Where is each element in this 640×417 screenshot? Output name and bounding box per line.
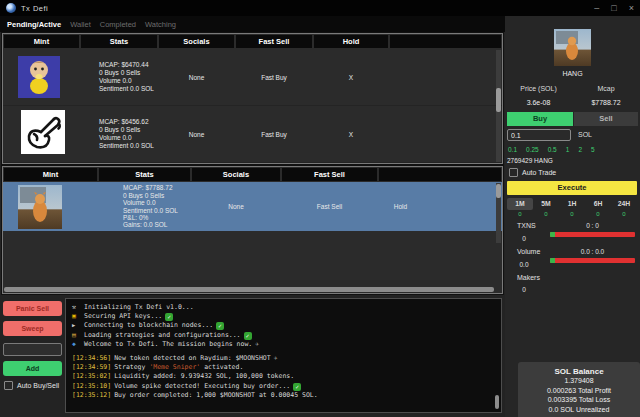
timeframe-value: 0 (611, 211, 637, 217)
add-token-input[interactable] (3, 343, 62, 356)
hold-remove-button[interactable]: X (313, 74, 389, 81)
mcap-value: $7788.72 (572, 99, 640, 106)
txns-value: 0 (509, 235, 539, 242)
tab-completed[interactable]: Completed (100, 20, 136, 29)
holdings-value: 2769429 HANG (507, 157, 553, 164)
auto-trade-label: Auto Trade (522, 169, 556, 176)
column-header-socials: Socials (159, 35, 234, 48)
log-text: Strategy (114, 363, 149, 371)
log-text: activated. (200, 363, 243, 371)
log-console[interactable]: ⚒Initializing Tx Defi v1.0... ▣Securing … (65, 298, 502, 413)
log-timestamp: [12:34:59] (72, 363, 111, 371)
stat-buys-sells: 0 Buys 0 Sells (99, 126, 158, 134)
quick-amount-button[interactable]: 0.5 (548, 146, 557, 153)
log-timestamp: [12:35:02] (72, 372, 111, 380)
column-header-fast-sell: Fast Sell (282, 168, 377, 181)
timeframe-6h[interactable]: 6H (585, 198, 611, 210)
balance-loss: 0.003395 Total Loss (518, 395, 640, 405)
play-icon: ▶ (72, 321, 81, 330)
lock-icon: ▣ (72, 312, 81, 321)
log-text: Buy order completed: 1,000 $MOONSHOT at … (114, 391, 318, 399)
tab-pending-active[interactable]: Pending/Active (7, 20, 61, 29)
stat-buys-sells: 0 Buys 0 Sells (99, 69, 158, 77)
timeframe-value: 0 (507, 211, 533, 217)
log-text: Securing API keys... (84, 312, 162, 320)
makers-label: Makers (517, 274, 540, 281)
token-image-hand (21, 110, 65, 154)
maximize-icon[interactable]: □ (611, 0, 616, 16)
timeframe-value: 0 (585, 211, 611, 217)
quick-amount-button[interactable]: 0.25 (526, 146, 539, 153)
timeframe-5m[interactable]: 5M (533, 198, 559, 210)
log-text: Welcome to Tx Defi. The mission begins n… (84, 340, 252, 348)
column-header-filler (390, 35, 501, 48)
socials-value: None (158, 74, 235, 81)
column-header-hold: Hold (314, 35, 388, 48)
hold-button[interactable]: Hold (378, 203, 423, 210)
auto-trade-checkbox[interactable] (509, 168, 518, 177)
rocket-icon: ✈ (255, 340, 259, 349)
active-positions-table: Mint Stats Socials Fast Sell (2, 166, 503, 294)
log-text: Volume spike detected! Executing buy ord… (114, 382, 290, 390)
auto-buy-sell-checkbox[interactable] (4, 381, 13, 390)
amount-unit-label: SOL (578, 131, 592, 138)
column-header-fast-sell: Fast Sell (236, 35, 312, 48)
selected-position-row[interactable]: MCAP: $7788.72 0 Buys 0 Sells Volume 0.0… (3, 182, 502, 231)
stat-mcap: MCAP: $7788.72 (123, 184, 191, 191)
check-icon: ✓ (165, 313, 173, 321)
log-timestamp: [12:35:12] (72, 391, 111, 399)
tab-watching[interactable]: Watching (145, 20, 176, 29)
socials-value: None (191, 203, 281, 210)
table-row[interactable]: MCAP: $6470.44 0 Buys 0 Sells Volume 0.0… (3, 49, 502, 106)
sell-tab-button[interactable]: Sell (574, 112, 638, 126)
timeframe-value: 0 (559, 211, 585, 217)
hold-remove-button[interactable]: X (313, 131, 389, 138)
log-text: Connecting to blockchain nodes... (84, 321, 213, 329)
token-image-baby (18, 56, 60, 98)
minimize-icon[interactable]: – (594, 0, 599, 16)
timeframe-24h[interactable]: 24H (611, 198, 637, 210)
window-title: Tx Defi (21, 4, 48, 13)
title-bar: Tx Defi – □ × (0, 0, 640, 16)
panic-sell-button[interactable]: Panic Sell (3, 301, 62, 316)
timeframe-1h[interactable]: 1H (559, 198, 585, 210)
quick-amount-button[interactable]: 1 (566, 146, 570, 153)
table-scrollbar[interactable] (496, 183, 501, 243)
stat-mcap: MCAP: $6470.44 (99, 61, 158, 69)
amount-input[interactable] (507, 129, 571, 141)
fast-sell-button[interactable]: Fast Sell (281, 203, 378, 210)
socials-value: None (158, 131, 235, 138)
balance-profit: 0.000263 Total Profit (518, 386, 640, 396)
quick-amount-button[interactable]: 2 (578, 146, 582, 153)
buy-tab-button[interactable]: Buy (507, 112, 573, 126)
txns-label: TXNS (517, 222, 536, 229)
tab-wallet[interactable]: Wallet (70, 20, 91, 29)
table-scrollbar[interactable] (496, 50, 501, 162)
price-value: 3.6e-08 (505, 99, 572, 106)
close-icon[interactable]: × (629, 0, 634, 16)
fast-buy-button[interactable]: Fast Buy (235, 74, 313, 81)
volume-ratio: 0.0 : 0.0 (550, 248, 635, 255)
comet-icon: ◆ (72, 340, 81, 349)
log-highlight: 'Meme Sniper' (149, 363, 200, 371)
stat-sentiment: Sentiment 0.0 SOL (123, 207, 191, 214)
volume-label: Volume (517, 248, 540, 255)
trade-controls-panel: Panic Sell Sweep Add Auto Buy/Sell (0, 296, 65, 417)
timeframe-tabs: 1M 5M 1H 6H 24H (507, 198, 637, 210)
console-scrollbar[interactable] (495, 395, 499, 409)
horizontal-scrollbar[interactable] (4, 287, 494, 292)
table-row[interactable]: MCAP: $6456.62 0 Buys 0 Sells Volume 0.0… (3, 106, 502, 163)
sweep-button[interactable]: Sweep (3, 321, 62, 336)
stat-gains: Gains: 0.0 SOL (123, 221, 191, 228)
timeframe-1m[interactable]: 1M (507, 198, 533, 210)
execute-button[interactable]: Execute (507, 181, 637, 195)
check-icon: ✓ (216, 322, 224, 330)
column-header-stats: Stats (81, 35, 157, 48)
add-button[interactable]: Add (3, 361, 62, 376)
log-timestamp: [12:35:10] (72, 382, 111, 390)
quick-amount-button[interactable]: 0.1 (508, 146, 517, 153)
quick-amount-button[interactable]: 5 (591, 146, 595, 153)
fast-buy-button[interactable]: Fast Buy (235, 131, 313, 138)
check-icon: ✓ (244, 332, 252, 340)
check-icon: ✓ (293, 383, 301, 391)
